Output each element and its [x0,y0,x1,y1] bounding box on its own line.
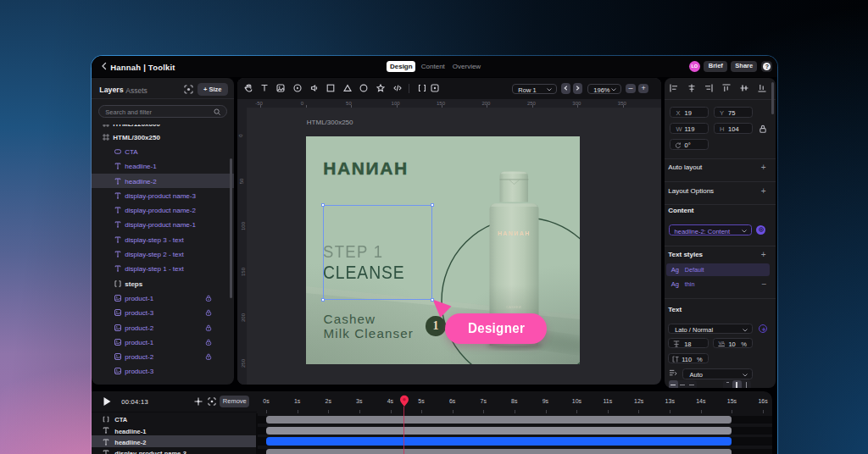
svg-text:CASHEW: CASHEW [506,306,521,309]
svg-text:HANИAH: HANИAH [498,230,531,236]
